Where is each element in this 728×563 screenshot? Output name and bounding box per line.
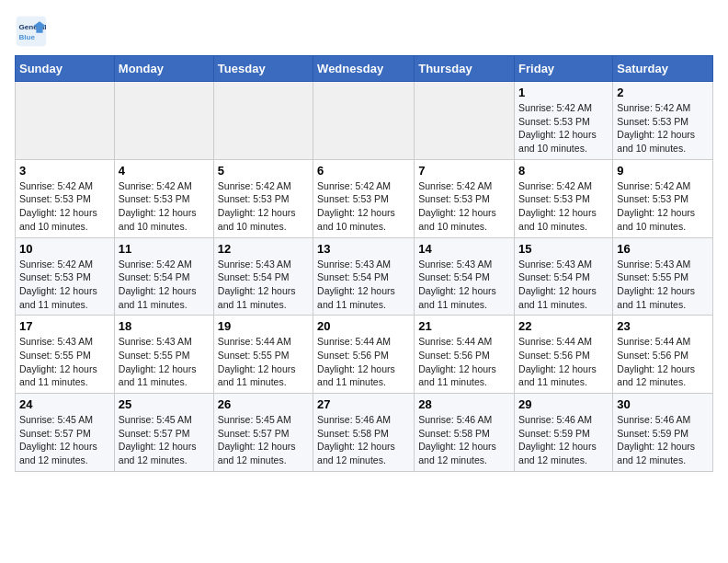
day-number: 13 <box>317 242 410 256</box>
day-info: Sunrise: 5:42 AMSunset: 5:53 PMDaylight:… <box>119 179 210 234</box>
day-info: Sunrise: 5:42 AMSunset: 5:53 PMDaylight:… <box>317 179 410 234</box>
day-number: 18 <box>119 319 210 333</box>
day-number: 5 <box>218 164 309 178</box>
calendar-day-cell: 12Sunrise: 5:43 AMSunset: 5:54 PMDayligh… <box>213 237 313 316</box>
calendar-day-cell <box>213 82 313 160</box>
calendar-day-cell: 18Sunrise: 5:43 AMSunset: 5:55 PMDayligh… <box>114 316 213 394</box>
day-number: 27 <box>317 397 410 411</box>
calendar-day-cell: 2Sunrise: 5:42 AMSunset: 5:53 PMDaylight… <box>613 82 713 160</box>
calendar-day-cell <box>415 82 515 160</box>
calendar-day-cell: 4Sunrise: 5:42 AMSunset: 5:53 PMDaylight… <box>114 159 213 237</box>
day-info: Sunrise: 5:42 AMSunset: 5:53 PMDaylight:… <box>19 179 110 234</box>
day-number: 9 <box>617 164 709 178</box>
day-info: Sunrise: 5:44 AMSunset: 5:56 PMDaylight:… <box>418 335 510 389</box>
calendar-day-cell: 21Sunrise: 5:44 AMSunset: 5:56 PMDayligh… <box>415 316 515 394</box>
calendar-day-cell: 23Sunrise: 5:44 AMSunset: 5:56 PMDayligh… <box>613 316 713 394</box>
day-info: Sunrise: 5:42 AMSunset: 5:53 PMDaylight:… <box>218 179 309 234</box>
day-info: Sunrise: 5:45 AMSunset: 5:57 PMDaylight:… <box>218 413 309 467</box>
calendar-day-cell: 7Sunrise: 5:42 AMSunset: 5:53 PMDaylight… <box>415 159 515 237</box>
calendar-week-row: 10Sunrise: 5:42 AMSunset: 5:53 PMDayligh… <box>16 237 713 316</box>
calendar-day-cell: 10Sunrise: 5:42 AMSunset: 5:53 PMDayligh… <box>16 237 115 316</box>
day-number: 11 <box>119 242 210 256</box>
logo: General Blue <box>15 15 51 48</box>
day-number: 17 <box>19 319 110 333</box>
weekday-header: Sunday <box>16 56 115 82</box>
day-number: 15 <box>518 242 609 256</box>
calendar-day-cell: 14Sunrise: 5:43 AMSunset: 5:54 PMDayligh… <box>415 237 515 316</box>
weekday-header: Saturday <box>613 56 713 82</box>
day-info: Sunrise: 5:44 AMSunset: 5:56 PMDaylight:… <box>317 335 410 389</box>
calendar-day-cell: 6Sunrise: 5:42 AMSunset: 5:53 PMDaylight… <box>313 159 415 237</box>
calendar-week-row: 3Sunrise: 5:42 AMSunset: 5:53 PMDaylight… <box>16 159 713 237</box>
day-number: 22 <box>518 319 609 333</box>
day-info: Sunrise: 5:46 AMSunset: 5:59 PMDaylight:… <box>518 413 609 467</box>
day-number: 20 <box>317 319 410 333</box>
calendar-day-cell: 20Sunrise: 5:44 AMSunset: 5:56 PMDayligh… <box>313 316 415 394</box>
weekday-header: Tuesday <box>213 56 313 82</box>
day-number: 26 <box>218 397 309 411</box>
day-info: Sunrise: 5:43 AMSunset: 5:54 PMDaylight:… <box>317 258 410 312</box>
day-info: Sunrise: 5:42 AMSunset: 5:53 PMDaylight:… <box>518 101 609 155</box>
calendar-day-cell: 9Sunrise: 5:42 AMSunset: 5:53 PMDaylight… <box>613 159 713 237</box>
day-number: 4 <box>119 164 210 178</box>
calendar-day-cell: 28Sunrise: 5:46 AMSunset: 5:58 PMDayligh… <box>415 394 515 472</box>
calendar-day-cell: 30Sunrise: 5:46 AMSunset: 5:59 PMDayligh… <box>613 394 713 472</box>
calendar-table: SundayMondayTuesdayWednesdayThursdayFrid… <box>15 55 713 472</box>
day-info: Sunrise: 5:44 AMSunset: 5:55 PMDaylight:… <box>218 335 309 389</box>
calendar-day-cell: 11Sunrise: 5:42 AMSunset: 5:54 PMDayligh… <box>114 237 213 316</box>
day-number: 24 <box>19 397 110 411</box>
calendar-day-cell: 22Sunrise: 5:44 AMSunset: 5:56 PMDayligh… <box>515 316 613 394</box>
calendar-day-cell: 29Sunrise: 5:46 AMSunset: 5:59 PMDayligh… <box>515 394 613 472</box>
day-number: 14 <box>418 242 510 256</box>
calendar-header-row: SundayMondayTuesdayWednesdayThursdayFrid… <box>16 56 713 82</box>
calendar-day-cell: 5Sunrise: 5:42 AMSunset: 5:53 PMDaylight… <box>213 159 313 237</box>
svg-text:Blue: Blue <box>19 33 36 41</box>
day-number: 28 <box>418 397 510 411</box>
day-info: Sunrise: 5:46 AMSunset: 5:59 PMDaylight:… <box>617 413 709 467</box>
day-number: 19 <box>218 319 309 333</box>
calendar-day-cell: 19Sunrise: 5:44 AMSunset: 5:55 PMDayligh… <box>213 316 313 394</box>
calendar-day-cell: 17Sunrise: 5:43 AMSunset: 5:55 PMDayligh… <box>16 316 115 394</box>
calendar-day-cell: 24Sunrise: 5:45 AMSunset: 5:57 PMDayligh… <box>16 394 115 472</box>
day-info: Sunrise: 5:46 AMSunset: 5:58 PMDaylight:… <box>418 413 510 467</box>
day-number: 8 <box>518 164 609 178</box>
weekday-header: Wednesday <box>313 56 415 82</box>
calendar-day-cell: 8Sunrise: 5:42 AMSunset: 5:53 PMDaylight… <box>515 159 613 237</box>
calendar-day-cell: 1Sunrise: 5:42 AMSunset: 5:53 PMDaylight… <box>515 82 613 160</box>
day-info: Sunrise: 5:43 AMSunset: 5:54 PMDaylight:… <box>218 258 309 312</box>
weekday-header: Friday <box>515 56 613 82</box>
weekday-header: Thursday <box>415 56 515 82</box>
day-info: Sunrise: 5:44 AMSunset: 5:56 PMDaylight:… <box>518 335 609 389</box>
calendar-week-row: 17Sunrise: 5:43 AMSunset: 5:55 PMDayligh… <box>16 316 713 394</box>
day-number: 12 <box>218 242 309 256</box>
day-number: 10 <box>19 242 110 256</box>
calendar-day-cell: 13Sunrise: 5:43 AMSunset: 5:54 PMDayligh… <box>313 237 415 316</box>
calendar-day-cell: 25Sunrise: 5:45 AMSunset: 5:57 PMDayligh… <box>114 394 213 472</box>
day-info: Sunrise: 5:45 AMSunset: 5:57 PMDaylight:… <box>19 413 110 467</box>
day-info: Sunrise: 5:42 AMSunset: 5:53 PMDaylight:… <box>19 258 110 312</box>
day-info: Sunrise: 5:43 AMSunset: 5:55 PMDaylight:… <box>617 258 709 312</box>
calendar-day-cell: 27Sunrise: 5:46 AMSunset: 5:58 PMDayligh… <box>313 394 415 472</box>
day-info: Sunrise: 5:44 AMSunset: 5:56 PMDaylight:… <box>617 335 709 389</box>
calendar-day-cell <box>114 82 213 160</box>
weekday-header: Monday <box>114 56 213 82</box>
day-number: 1 <box>518 86 609 99</box>
day-number: 3 <box>19 164 110 178</box>
day-number: 30 <box>617 397 709 411</box>
day-info: Sunrise: 5:42 AMSunset: 5:53 PMDaylight:… <box>518 179 609 234</box>
day-info: Sunrise: 5:43 AMSunset: 5:54 PMDaylight:… <box>518 258 609 312</box>
calendar-day-cell: 3Sunrise: 5:42 AMSunset: 5:53 PMDaylight… <box>16 159 115 237</box>
day-info: Sunrise: 5:42 AMSunset: 5:54 PMDaylight:… <box>119 258 210 312</box>
calendar-day-cell <box>16 82 115 160</box>
day-info: Sunrise: 5:46 AMSunset: 5:58 PMDaylight:… <box>317 413 410 467</box>
calendar-week-row: 24Sunrise: 5:45 AMSunset: 5:57 PMDayligh… <box>16 394 713 472</box>
day-number: 21 <box>418 319 510 333</box>
day-number: 2 <box>617 86 709 99</box>
day-info: Sunrise: 5:42 AMSunset: 5:53 PMDaylight:… <box>617 179 709 234</box>
day-number: 7 <box>418 164 510 178</box>
day-info: Sunrise: 5:43 AMSunset: 5:55 PMDaylight:… <box>119 335 210 389</box>
day-number: 23 <box>617 319 709 333</box>
calendar-day-cell: 26Sunrise: 5:45 AMSunset: 5:57 PMDayligh… <box>213 394 313 472</box>
day-info: Sunrise: 5:42 AMSunset: 5:53 PMDaylight:… <box>617 101 709 155</box>
day-info: Sunrise: 5:43 AMSunset: 5:54 PMDaylight:… <box>418 258 510 312</box>
